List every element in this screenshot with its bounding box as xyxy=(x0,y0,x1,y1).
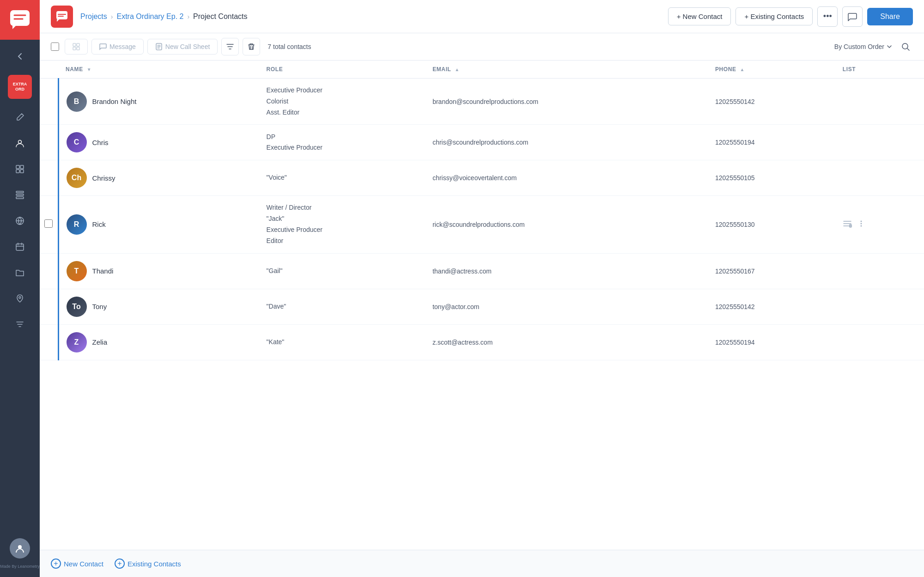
contact-avatar: Z xyxy=(67,332,87,352)
contact-email-cell[interactable]: chrissy@voiceovertalent.com xyxy=(425,160,708,196)
main-content: Projects › Extra Ordinary Ep. 2 › Projec… xyxy=(40,0,924,577)
col-header-list: LIST xyxy=(835,61,924,79)
toolbar: Message New Call Sheet 7 total contacts … xyxy=(40,33,924,61)
table-row[interactable]: TThandi"Gail"thandi@actress.com120255501… xyxy=(40,253,924,289)
contact-phone-cell: 12025550194 xyxy=(708,324,835,360)
contact-phone-cell: 12025550194 xyxy=(708,125,835,160)
footer-new-contact-button[interactable]: + New Contact xyxy=(51,559,103,569)
toolbar-right: By Custom Order xyxy=(834,39,913,54)
contact-name-cell[interactable]: CChris xyxy=(58,125,259,160)
table-row[interactable]: ZZelia"Kate"z.scott@actress.com120255501… xyxy=(40,324,924,360)
user-avatar[interactable] xyxy=(10,538,30,559)
contact-phone-cell: 12025550142 xyxy=(708,79,835,125)
contact-email-cell[interactable]: tony@actor.com xyxy=(425,289,708,324)
col-header-name[interactable]: NAME ▼ xyxy=(58,61,259,79)
contact-list-cell xyxy=(835,160,924,196)
existing-contacts-button[interactable]: + Existing Contacts xyxy=(736,7,813,25)
contact-phone-cell: 12025550142 xyxy=(708,289,835,324)
contact-list-cell xyxy=(835,324,924,360)
breadcrumb-projects[interactable]: Projects xyxy=(80,12,107,21)
new-contact-button[interactable]: + New Contact xyxy=(668,7,731,25)
contact-name: Brandon Night xyxy=(92,97,137,105)
footer-new-contact-label: New Contact xyxy=(64,560,103,568)
table-row[interactable]: ChChrissy"Voice"chrissy@voiceovertalent.… xyxy=(40,160,924,196)
row-checkbox[interactable] xyxy=(44,219,53,228)
more-dots-icon: ••• xyxy=(823,12,832,21)
sort-selector[interactable]: By Custom Order xyxy=(834,43,893,50)
folder-nav-item[interactable] xyxy=(9,261,31,284)
footer-existing-contacts-button[interactable]: + Existing Contacts xyxy=(115,559,181,569)
comment-icon xyxy=(847,12,857,22)
globe-nav-item[interactable] xyxy=(9,210,31,232)
board-nav-item[interactable] xyxy=(9,158,31,180)
contacts-table-container: NAME ▼ ROLE EMAIL ▲ PHONE ▲ LIST BBr xyxy=(40,61,924,550)
table-nav-item[interactable] xyxy=(9,184,31,206)
calendar-nav-item[interactable] xyxy=(9,236,31,258)
plus-icon-2: + xyxy=(115,559,125,569)
new-call-sheet-button[interactable]: New Call Sheet xyxy=(147,39,218,55)
svg-rect-6 xyxy=(20,170,24,173)
share-button[interactable]: Share xyxy=(867,8,913,25)
svg-point-20 xyxy=(902,43,908,49)
contact-email-cell[interactable]: chris@scoundrelproductions.com xyxy=(425,125,708,160)
comment-button[interactable] xyxy=(842,6,863,27)
filter-sort-button[interactable] xyxy=(221,38,239,55)
phone-sort-icon: ▲ xyxy=(740,67,745,72)
contact-email-cell[interactable]: thandi@actress.com xyxy=(425,253,708,289)
new-call-sheet-btn-label: New Call Sheet xyxy=(165,43,210,50)
svg-rect-4 xyxy=(20,165,24,169)
table-row[interactable]: ToTony"Dave"tony@actor.com12025550142 xyxy=(40,289,924,324)
svg-point-2 xyxy=(18,140,22,144)
more-options-button[interactable]: ••• xyxy=(817,6,838,27)
sidebar-logo[interactable] xyxy=(0,0,40,40)
contact-list-cell xyxy=(835,125,924,160)
table-row[interactable]: BBrandon NightExecutive ProducerColorist… xyxy=(40,79,924,125)
project-thumbnail[interactable]: EXTRAORD xyxy=(8,75,32,99)
svg-point-12 xyxy=(19,297,21,298)
contact-name-cell[interactable]: ZZelia xyxy=(58,324,259,360)
row-actions xyxy=(843,219,917,230)
svg-rect-0 xyxy=(11,11,29,25)
breadcrumb-sep-2: › xyxy=(187,13,189,20)
contact-name-cell[interactable]: ChChrissy xyxy=(58,160,259,196)
made-by-label: Made By Leanometry xyxy=(0,564,40,570)
svg-rect-9 xyxy=(16,197,24,199)
add-to-list-icon[interactable] xyxy=(843,219,852,230)
contact-name-cell[interactable]: BBrandon Night xyxy=(58,79,259,125)
message-button[interactable]: Message xyxy=(91,39,144,55)
contacts-nav-item[interactable] xyxy=(9,132,31,154)
contact-email-cell[interactable]: rick@scoundrelproductions.com xyxy=(425,196,708,253)
contact-list-cell xyxy=(835,79,924,125)
contact-name: Thandi xyxy=(92,267,114,275)
row-more-icon[interactable] xyxy=(857,219,866,230)
contact-avatar: To xyxy=(67,297,87,317)
col-header-phone[interactable]: PHONE ▲ xyxy=(708,61,835,79)
call-sheet-icon xyxy=(155,43,163,50)
col-header-email[interactable]: EMAIL ▲ xyxy=(425,61,708,79)
contact-name-cell[interactable]: RRick xyxy=(58,196,259,253)
contact-role-cell: Executive ProducerColoristAsst. Editor xyxy=(259,79,426,125)
view-toggle-button[interactable] xyxy=(65,39,88,55)
filter-nav-item[interactable] xyxy=(9,313,31,335)
email-sort-icon: ▲ xyxy=(455,67,460,72)
table-row[interactable]: CChrisDPExecutive Producerchris@scoundre… xyxy=(40,125,924,160)
location-nav-item[interactable] xyxy=(9,287,31,310)
sidebar-navigation: EXTRAORD xyxy=(8,40,32,533)
breadcrumb-project-name[interactable]: Extra Ordinary Ep. 2 xyxy=(116,12,183,21)
contact-name: Chrissy xyxy=(92,174,116,182)
delete-button[interactable] xyxy=(243,38,260,55)
back-nav-item[interactable] xyxy=(9,45,31,67)
contact-phone-cell: 12025550105 xyxy=(708,160,835,196)
table-row[interactable]: RRickWriter / Director"Jack"Executive Pr… xyxy=(40,196,924,253)
svg-rect-11 xyxy=(16,244,24,250)
svg-point-13 xyxy=(18,545,22,549)
search-button[interactable] xyxy=(898,39,913,54)
edit-nav-item[interactable] xyxy=(9,106,31,128)
contact-name-cell[interactable]: TThandi xyxy=(58,253,259,289)
contact-name-cell[interactable]: ToTony xyxy=(58,289,259,324)
select-all-checkbox[interactable] xyxy=(51,43,59,51)
contact-email-cell[interactable]: z.scott@actress.com xyxy=(425,324,708,360)
sidebar-bottom: Made By Leanometry xyxy=(0,533,40,577)
name-sort-icon: ▼ xyxy=(87,67,92,72)
contact-email-cell[interactable]: brandon@scoundrelproductions.com xyxy=(425,79,708,125)
